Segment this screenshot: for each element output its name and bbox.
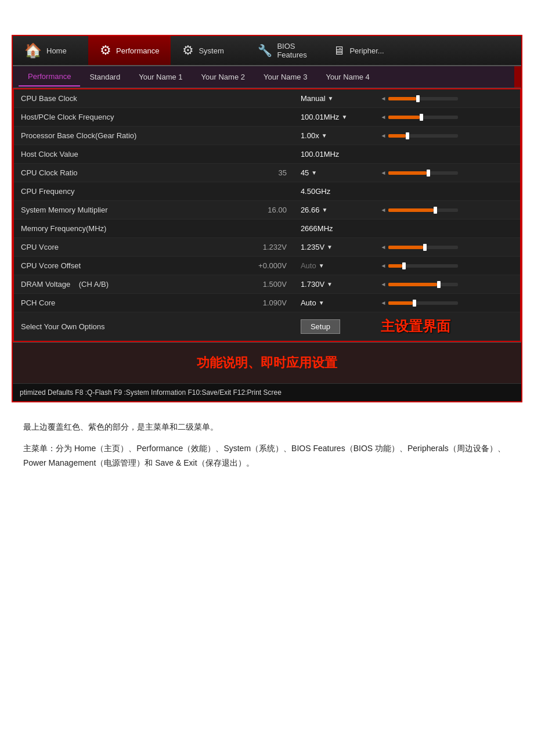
slider-dram-voltage: ◄ <box>374 275 520 294</box>
value-cpu-clock-ratio: 45 ▼ <box>294 164 374 182</box>
no-slider-memory-frequency <box>374 219 520 238</box>
row-cpu-clock-ratio: CPU Clock Ratio 35 45 ▼ ◄ <box>14 164 520 182</box>
nav-system-label: System <box>199 46 223 55</box>
default-pch-core: 1.090V <box>227 294 294 312</box>
dropdown-system-memory[interactable]: ▼ <box>322 207 327 213</box>
dropdown-cpu-clock-ratio[interactable]: ▼ <box>311 170 317 176</box>
value-setup-btn: Setup <box>294 312 374 341</box>
bios-nav: 🏠 Home ⚙ Performance ⚙ System 🔧 BIOSFeat… <box>13 36 521 66</box>
value-cpu-vcore: 1.235V ▼ <box>294 238 374 257</box>
hotkey-text: ptimized Defaults F8 :Q-Flash F9 :System… <box>20 388 282 397</box>
row-memory-frequency: Memory Frequency(MHz) 2666MHz <box>14 219 520 238</box>
performance-icon: ⚙ <box>100 44 111 57</box>
watermark-cell: 主设置界面 <box>374 312 520 341</box>
default-processor-base-clock <box>227 127 294 145</box>
tab-standard[interactable]: Standard <box>80 68 129 86</box>
row-select-your-own-options: Select Your Own Options Setup 主设置界面 <box>14 312 520 341</box>
value-dram-voltage: 1.730V ▼ <box>294 275 374 294</box>
tab-your-name-1[interactable]: Your Name 1 <box>129 68 192 86</box>
settings-border: CPU Base Clock Manual ▼ ◄ <box>13 88 521 342</box>
value-host-pcie: 100.01MHz ▼ <box>294 108 374 127</box>
tab-performance[interactable]: Performance <box>19 67 80 87</box>
slider-pch-core: ◄ <box>374 294 520 312</box>
label-host-clock-value: Host Clock Value <box>14 145 227 164</box>
label-cpu-frequency: CPU Frequency <box>14 182 227 201</box>
value-system-memory-multiplier: 26.66 ▼ <box>294 201 374 219</box>
description-line2: 主菜单：分为 Home（主页）、Performance（效能）、System（系… <box>23 441 511 470</box>
nav-bios-label: BIOSFeatures <box>277 42 306 59</box>
peripherals-icon: 🖥 <box>333 45 345 56</box>
value-host-clock-value: 100.01MHz <box>294 145 374 164</box>
default-cpu-clock-ratio: 35 <box>227 164 294 182</box>
label-cpu-clock-ratio: CPU Clock Ratio <box>14 164 227 182</box>
default-select-your-own-options <box>227 312 294 341</box>
dropdown-pch-core[interactable]: ▼ <box>319 300 324 306</box>
default-cpu-frequency <box>227 182 294 201</box>
slider-cpu-vcore-offset: ◄ <box>374 257 520 275</box>
function-bar-text: 功能说明、即时应用设置 <box>197 355 337 370</box>
bios-icon: 🔧 <box>258 45 272 56</box>
page-wrapper: 🏠 Home ⚙ Performance ⚙ System 🔧 BIOSFeat… <box>0 0 534 513</box>
nav-system[interactable]: ⚙ System <box>171 36 246 65</box>
tab-your-name-4[interactable]: Your Name 4 <box>316 68 378 86</box>
row-processor-base-clock: Processor Base Clock(Gear Ratio) 1.00x ▼ <box>14 127 520 145</box>
dropdown-host-pcie[interactable]: ▼ <box>341 114 347 120</box>
hotkey-bar: ptimized Defaults F8 :Q-Flash F9 :System… <box>13 383 521 401</box>
nav-home[interactable]: 🏠 Home <box>13 36 88 65</box>
dropdown-cpu-vcore[interactable]: ▼ <box>327 244 333 250</box>
row-cpu-base-clock: CPU Base Clock Manual ▼ ◄ <box>14 89 520 108</box>
default-cpu-vcore: 1.232V <box>227 238 294 257</box>
row-cpu-frequency: CPU Frequency 4.50GHz <box>14 182 520 201</box>
slider-host-pcie: ◄ <box>374 108 520 127</box>
description-area: 最上边覆盖红色、紫色的部分，是主菜单和二级菜单。 主菜单：分为 Home（主页）… <box>12 402 522 489</box>
setup-button[interactable]: Setup <box>301 319 340 334</box>
default-system-memory-multiplier: 16.00 <box>227 201 294 219</box>
label-cpu-vcore-offset: CPU Vcore Offset <box>14 257 227 275</box>
default-host-clock-value <box>227 145 294 164</box>
label-host-pcie: Host/PCIe Clock Frequency <box>14 108 227 127</box>
label-dram-voltage: DRAM Voltage (CH A/B) <box>14 275 227 294</box>
default-dram-voltage: 1.500V <box>227 275 294 294</box>
tab-your-name-2[interactable]: Your Name 2 <box>192 68 254 86</box>
description-line1: 最上边覆盖红色、紫色的部分，是主菜单和二级菜单。 <box>23 420 511 434</box>
tab-scrollbar <box>514 66 521 88</box>
dropdown-cpu-base-clock[interactable]: ▼ <box>328 95 334 102</box>
nav-peripherals[interactable]: 🖥 Peripher... <box>322 36 397 65</box>
bios-content: CPU Base Clock Manual ▼ ◄ <box>13 88 521 383</box>
nav-peripherals-label: Peripher... <box>349 46 384 55</box>
label-select-your-own-options: Select Your Own Options <box>14 312 227 341</box>
value-cpu-vcore-offset: Auto ▼ <box>294 257 374 275</box>
nav-performance-label: Performance <box>116 46 159 55</box>
tab-your-name-3[interactable]: Your Name 3 <box>254 68 316 86</box>
label-pch-core: PCH Core <box>14 294 227 312</box>
label-cpu-vcore: CPU Vcore <box>14 238 227 257</box>
default-cpu-base-clock <box>227 89 294 108</box>
slider-cpu-base-clock: ◄ <box>374 89 520 108</box>
dropdown-cpu-vcore-offset[interactable]: ▼ <box>319 262 324 269</box>
row-pch-core: PCH Core 1.090V Auto ▼ ◄ <box>14 294 520 312</box>
home-icon: 🏠 <box>24 44 42 57</box>
bios-screenshot: 🏠 Home ⚙ Performance ⚙ System 🔧 BIOSFeat… <box>12 35 522 402</box>
row-host-clock-value: Host Clock Value 100.01MHz <box>14 145 520 164</box>
value-cpu-frequency: 4.50GHz <box>294 182 374 201</box>
row-cpu-vcore-offset: CPU Vcore Offset +0.000V Auto ▼ ◄ <box>14 257 520 275</box>
nav-performance[interactable]: ⚙ Performance <box>88 36 171 65</box>
settings-table: CPU Base Clock Manual ▼ ◄ <box>14 89 520 341</box>
label-system-memory-multiplier: System Memory Multiplier <box>14 201 227 219</box>
no-slider-host-clock-value <box>374 145 520 164</box>
slider-cpu-clock-ratio: ◄ <box>374 164 520 182</box>
dropdown-dram-voltage[interactable]: ▼ <box>327 281 333 287</box>
dropdown-processor-base-clock[interactable]: ▼ <box>322 132 327 139</box>
value-pch-core: Auto ▼ <box>294 294 374 312</box>
label-memory-frequency: Memory Frequency(MHz) <box>14 219 227 238</box>
nav-bios-features[interactable]: 🔧 BIOSFeatures <box>246 36 322 65</box>
label-cpu-base-clock: CPU Base Clock <box>14 89 227 108</box>
function-bar: 功能说明、即时应用设置 <box>13 342 521 383</box>
slider-cpu-vcore: ◄ <box>374 238 520 257</box>
default-memory-frequency <box>227 219 294 238</box>
default-host-pcie <box>227 108 294 127</box>
slider-processor-base-clock: ◄ <box>374 127 520 145</box>
default-cpu-vcore-offset: +0.000V <box>227 257 294 275</box>
value-memory-frequency: 2666MHz <box>294 219 374 238</box>
row-cpu-vcore: CPU Vcore 1.232V 1.235V ▼ ◄ <box>14 238 520 257</box>
